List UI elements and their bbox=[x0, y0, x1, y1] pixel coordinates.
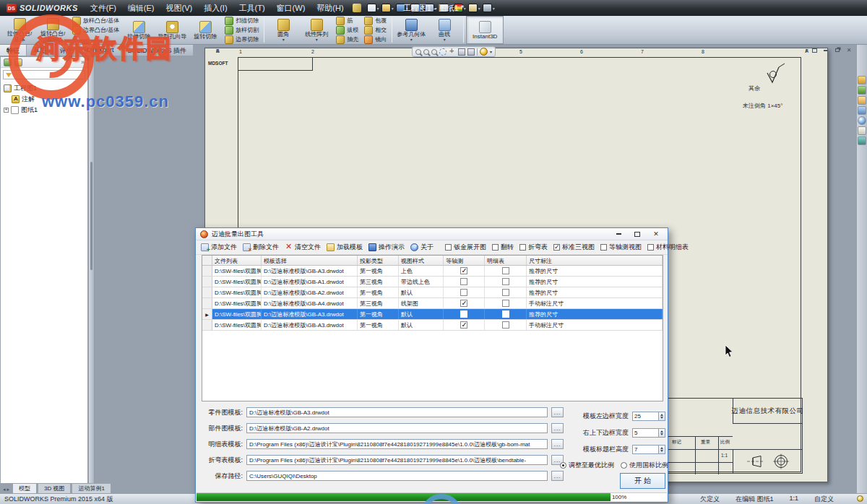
ribbon-tool[interactable]: 相交 bbox=[361, 25, 389, 35]
cell-template[interactable]: D:\迈迪标准模版\GB-A2.drwdot bbox=[262, 287, 358, 297]
row-selector-cell[interactable] bbox=[202, 277, 212, 287]
heads-up-view-toolbar[interactable]: ▾ bbox=[412, 46, 496, 57]
batch-export-dialog[interactable]: 迈迪批量出图工具 ✕ 添加文件 删除文件 清空文件 加载模板 操作演示 bbox=[195, 227, 668, 503]
table-column-header[interactable]: 视图样式 bbox=[399, 256, 444, 265]
bom-checkbox[interactable] bbox=[502, 289, 509, 296]
task-pane-icon[interactable] bbox=[858, 106, 866, 115]
table-row[interactable]: D:\SW-files\双圆脚... D:\迈迪标准模版\GB-A3.drwdo… bbox=[202, 266, 663, 277]
ribbon-tool[interactable]: Instant3D bbox=[466, 16, 504, 44]
menu-item[interactable]: 帮助(H) bbox=[311, 1, 349, 16]
ribbon-tool[interactable] bbox=[392, 17, 392, 43]
rotate-view-icon[interactable] bbox=[439, 48, 447, 56]
browse-button[interactable]: ... bbox=[551, 471, 564, 481]
field-path-input[interactable]: D:\Program Files (x86)\迈迪设计宝\Plugin\8211… bbox=[246, 439, 548, 449]
cell-file[interactable]: D:\SW-files\双圆脚... bbox=[212, 266, 262, 276]
zoom-previous-icon[interactable] bbox=[431, 49, 437, 55]
dialog-toolbar[interactable]: 添加文件 删除文件 清空文件 加载模板 操作演示 关于 钣金展开图 bbox=[196, 240, 668, 255]
cell-isometric[interactable] bbox=[444, 287, 485, 297]
ribbon-tool[interactable] bbox=[264, 17, 264, 43]
quick-access-button[interactable] bbox=[396, 4, 408, 12]
document-tabs[interactable]: ◂ ▸ 模型3D 视图运动算例1 bbox=[0, 484, 112, 493]
document-tab[interactable]: 运动算例1 bbox=[72, 483, 111, 493]
cell-file[interactable]: D:\SW-files\双圆脚... bbox=[212, 309, 262, 319]
task-pane-icon[interactable] bbox=[858, 76, 866, 84]
ribbon-tool[interactable]: 放样切割 bbox=[222, 25, 262, 35]
appearance-sphere-icon[interactable] bbox=[480, 48, 488, 56]
spinner-input[interactable]: 25 bbox=[632, 412, 665, 421]
scale-radio[interactable]: 使用国标比例 bbox=[621, 461, 668, 470]
cell-template[interactable]: D:\迈迪标准模版\GB-A3.drwdot bbox=[262, 309, 358, 319]
checkbox-icon[interactable] bbox=[445, 244, 452, 251]
ribbon-tool[interactable]: 异型孔向导 bbox=[155, 16, 189, 44]
task-pane-icon[interactable] bbox=[858, 96, 866, 105]
dialog-option-checkbox[interactable]: 材料明细表 bbox=[647, 243, 689, 252]
cell-template[interactable]: D:\迈迪标准模版\GB-A1.drwdot bbox=[262, 277, 358, 287]
cell-dimension[interactable]: 推荐的尺寸 bbox=[527, 309, 663, 319]
dialog-toolbar-button[interactable]: 操作演示 bbox=[368, 243, 405, 252]
browse-button[interactable]: ... bbox=[551, 423, 564, 433]
menu-item[interactable]: 视图(V) bbox=[160, 1, 199, 16]
command-manager-ribbon[interactable]: 拉伸凸台/基体 旋转凸台/基体 放样凸台/基体 边界凸台/基体 拉伸切除 异型孔… bbox=[0, 16, 867, 45]
ribbon-tool[interactable]: 扫描切除 bbox=[222, 16, 262, 25]
bom-checkbox[interactable] bbox=[502, 267, 509, 274]
cell-projection[interactable]: 第一视角 bbox=[358, 309, 399, 319]
bom-checkbox[interactable] bbox=[502, 310, 509, 318]
spinner-arrows[interactable] bbox=[658, 446, 665, 453]
ribbon-tool[interactable]: 边界切除 bbox=[222, 35, 262, 44]
cell-dimension[interactable]: 推荐的尺寸 bbox=[527, 277, 663, 287]
cell-dimension[interactable]: 推荐的尺寸 bbox=[527, 266, 663, 276]
cell-template[interactable]: D:\迈迪标准模版\GB-A3.drwdot bbox=[262, 320, 358, 330]
checkbox-icon[interactable] bbox=[492, 244, 499, 251]
row-selector-cell[interactable] bbox=[202, 298, 212, 308]
cell-projection[interactable]: 第一视角 bbox=[358, 266, 399, 276]
dialog-toolbar-button[interactable]: 删除文件 bbox=[243, 243, 279, 252]
feature-manager-panel[interactable]: » 工程图1 注解 图纸1 bbox=[0, 56, 88, 484]
doc-restore-icon[interactable] bbox=[811, 47, 818, 53]
scale-radio[interactable]: 调整至最优比例 bbox=[560, 461, 614, 470]
cell-projection[interactable]: 第三视角 bbox=[358, 298, 399, 308]
ribbon-tool[interactable]: 旋转切除 bbox=[189, 16, 222, 44]
document-tab[interactable]: 3D 视图 bbox=[38, 483, 71, 493]
quick-access-button[interactable] bbox=[381, 4, 394, 12]
menu-item[interactable]: 文件(F) bbox=[85, 1, 122, 16]
ribbon-tool[interactable]: 线性阵列 bbox=[300, 16, 333, 44]
radio-icon[interactable] bbox=[621, 462, 627, 469]
cell-view-style[interactable]: 带边线上色 bbox=[399, 277, 444, 287]
pan-view-icon[interactable] bbox=[449, 48, 456, 56]
dialog-title-bar[interactable]: 迈迪批量出图工具 ✕ bbox=[196, 228, 668, 240]
dialog-option-checkbox[interactable]: 折弯表 bbox=[519, 243, 548, 252]
cell-view-style[interactable]: 默认 bbox=[399, 320, 444, 330]
dialog-toolbar-button[interactable]: 加载模板 bbox=[327, 243, 363, 252]
task-pane-icon[interactable] bbox=[858, 126, 866, 135]
ribbon-tool[interactable]: 包覆 bbox=[361, 16, 389, 25]
checkbox-icon[interactable] bbox=[519, 244, 526, 251]
ribbon-tool[interactable]: 拔模 bbox=[333, 25, 361, 35]
bom-checkbox[interactable] bbox=[502, 321, 509, 329]
task-pane-icon[interactable] bbox=[858, 136, 866, 145]
table-column-header[interactable]: 等轴测 bbox=[444, 256, 485, 265]
spinner-value[interactable]: 5 bbox=[633, 430, 658, 436]
radio-icon[interactable] bbox=[560, 462, 566, 469]
cell-file[interactable]: D:\SW-files\双圆脚... bbox=[212, 298, 262, 308]
isometric-checkbox[interactable] bbox=[460, 267, 467, 274]
quick-access-button[interactable] bbox=[439, 4, 452, 12]
ribbon-tool[interactable]: 拉伸切除 bbox=[122, 16, 155, 44]
command-tab[interactable]: SOLIDWORKS 插件 bbox=[121, 45, 194, 56]
status-help-icon[interactable] bbox=[857, 495, 863, 502]
hud-dropdown-icon[interactable]: ▾ bbox=[490, 49, 492, 54]
doc-minimize-icon[interactable] bbox=[822, 47, 829, 53]
field-path-input[interactable]: D:\迈迪标准模版\GB-A3.drwdot bbox=[246, 407, 548, 417]
ribbon-tool[interactable]: 边界凸台/基体 bbox=[69, 25, 122, 35]
table-row[interactable]: D:\SW-files\双圆脚... D:\迈迪标准模版\GB-A2.drwdo… bbox=[202, 287, 663, 298]
isometric-checkbox[interactable] bbox=[460, 310, 467, 318]
cell-bom[interactable] bbox=[485, 287, 527, 297]
cell-view-style[interactable]: 上色 bbox=[399, 266, 444, 276]
file-table[interactable]: 文件列表模板选择投影类型视图样式等轴测明细表尺寸标注 D:\SW-files\双… bbox=[202, 255, 663, 401]
menu-item[interactable]: 插入(I) bbox=[198, 1, 233, 16]
checkbox-icon[interactable] bbox=[553, 244, 560, 251]
cell-template[interactable]: D:\迈迪标准模版\GB-A3.drwdot bbox=[262, 266, 358, 276]
quick-access-button[interactable] bbox=[454, 4, 466, 12]
feature-tree-tab-icon[interactable] bbox=[4, 58, 12, 66]
isometric-checkbox[interactable] bbox=[460, 278, 467, 285]
field-path-input[interactable]: D:\Program Files (x86)\迈迪设计宝\Plugin\8211… bbox=[246, 455, 548, 465]
